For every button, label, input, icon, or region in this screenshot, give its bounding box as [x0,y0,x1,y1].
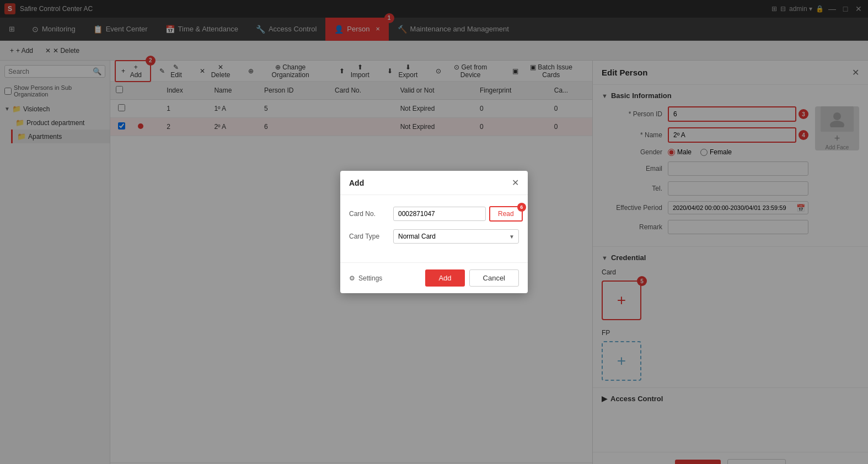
modal-footer: ⚙ Settings Add Cancel [340,262,528,293]
modal-card-type-label: Card Type [349,233,393,240]
modal-card-type-select[interactable]: Normal Card VIP Card Guest Card Blacklis… [393,229,519,244]
settings-label: Settings [358,274,382,282]
modal-title: Add [349,179,364,187]
settings-gear-icon: ⚙ [349,274,355,282]
modal-header: Add ✕ [340,171,528,195]
modal-card-type-wrap: Normal Card VIP Card Guest Card Blacklis… [393,229,519,244]
modal-footer-buttons: Add Cancel [425,269,519,287]
settings-option[interactable]: ⚙ Settings [349,274,382,282]
modal-card-no-label: Card No. [349,210,393,218]
read-button[interactable]: Read 6 [489,206,523,222]
modal-card-type-row: Card Type Normal Card VIP Card Guest Car… [349,229,519,244]
add-card-modal: Add ✕ Card No. Read 6 Card Type Normal C… [340,171,528,293]
modal-add-button[interactable]: Add [425,269,464,287]
read-btn-label: Read [498,210,514,218]
modal-card-no-input[interactable] [393,207,486,221]
modal-cancel-button[interactable]: Cancel [469,269,519,287]
modal-card-no-row: Card No. Read 6 [349,206,519,222]
modal-close-button[interactable]: ✕ [512,177,519,188]
modal-body: Card No. Read 6 Card Type Normal Card VI… [340,195,528,262]
modal-overlay[interactable]: Add ✕ Card No. Read 6 Card Type Normal C… [0,0,868,464]
read-btn-badge: 6 [517,203,526,212]
